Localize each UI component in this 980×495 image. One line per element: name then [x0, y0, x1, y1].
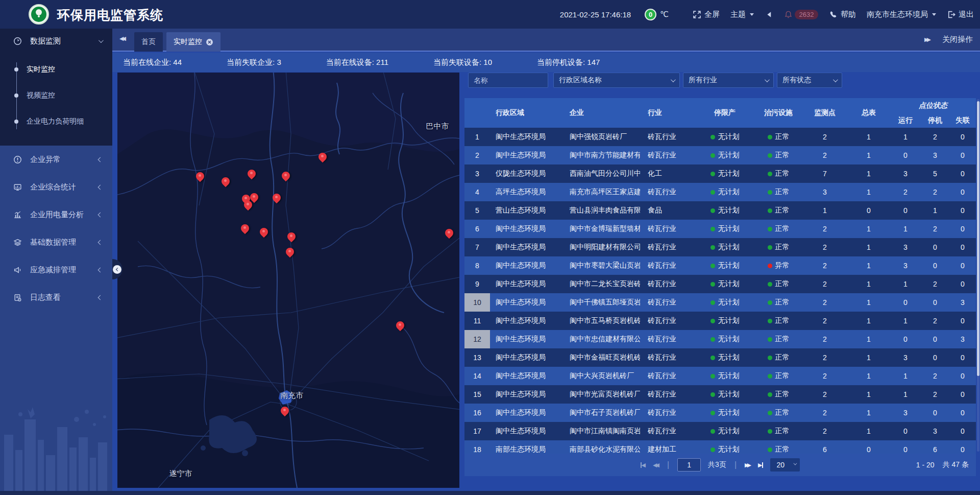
cell-index: 3	[464, 164, 490, 183]
map-marker-icon[interactable]	[222, 177, 230, 185]
sidebar-item-data-monitor[interactable]: 数据监测	[0, 29, 112, 53]
tabs-scroll-right-icon[interactable]: ▶▶	[924, 37, 931, 42]
table-row[interactable]: 13阆中生态环境局阆中市金福旺页岩机砖砖瓦行业无计划正常21300	[464, 348, 976, 367]
table-row[interactable]: 4高坪生态环境局南充市高坪区王家店建砖瓦行业无计划正常31220	[464, 183, 976, 201]
table-row[interactable]: 18南部生态环境局南部县砂化水泥有限公建材加工无计划正常60060	[464, 440, 976, 454]
logout-button[interactable]: 退出	[947, 10, 974, 19]
map-marker-icon[interactable]	[286, 248, 294, 256]
cell-run: 0	[890, 146, 921, 164]
table-row[interactable]: 6阆中生态环境局阆中市金博瑞新型墙材砖瓦行业无计划正常21120	[464, 220, 976, 238]
cell-stop: 0	[921, 293, 949, 312]
sidebar-item-label: 基础数据管理	[30, 238, 99, 247]
production-text: 无计划	[718, 243, 740, 252]
cell-offline: 0	[949, 183, 976, 201]
cell-industry: 砖瓦行业	[640, 293, 695, 312]
sidebar-item-base-data[interactable]: 基础数据管理	[0, 228, 112, 256]
map-marker-icon[interactable]	[282, 172, 290, 180]
theme-button[interactable]: 主题	[730, 10, 754, 19]
sidebar-item-enterprise-stats[interactable]: 企业综合统计	[0, 173, 112, 201]
cell-facility-status: 正常	[754, 146, 802, 164]
table-scrollbar[interactable]	[977, 99, 979, 452]
cell-production-status: 无计划	[695, 330, 754, 348]
table-row[interactable]: 8阆中生态环境局阆中市枣碧大梁山页岩砖瓦行业无计划异常21300	[464, 256, 976, 275]
table-row[interactable]: 11阆中生态环境局阆中市五马桥页岩机砖砖瓦行业无计划正常21120	[464, 312, 976, 330]
sidebar-item-power-load-detail[interactable]: 企业电力负荷明细	[0, 108, 112, 134]
user-menu-button[interactable]: 南充市生态环境局	[867, 10, 936, 19]
pagination-first-button[interactable]: ◀	[641, 462, 646, 468]
table-row[interactable]: 7阆中生态环境局阆中明阳建材有限公司砖瓦行业无计划正常21300	[464, 238, 976, 256]
cell-stop: 2	[921, 367, 949, 385]
facility-text: 正常	[775, 427, 790, 436]
table-row[interactable]: 14阆中生态环境局阆中大兴页岩机砖厂砖瓦行业无计划正常21120	[464, 367, 976, 385]
close-icon[interactable]	[206, 38, 213, 46]
stat-label: 当前停机设备:	[537, 58, 587, 66]
cell-stop: 0	[921, 348, 949, 367]
pagination-last-button[interactable]: ▶	[758, 462, 763, 468]
map-marker-icon[interactable]	[241, 224, 249, 232]
map-marker-icon[interactable]	[260, 228, 268, 236]
tab-label: 实时监控	[174, 37, 202, 46]
table-row[interactable]: 17阆中生态环境局阆中市江南镇阆南页岩砖瓦行业无计划正常21030	[464, 422, 976, 440]
sidebar-item-power-analysis[interactable]: 企业用电量分析	[0, 201, 112, 228]
cell-monitor: 2	[802, 367, 847, 385]
cell-offline: 3	[949, 330, 976, 348]
cell-monitor: 2	[802, 422, 847, 440]
sidebar-item-realtime-monitor[interactable]: 实时监控	[0, 56, 112, 82]
notifications-button[interactable]: 2632	[784, 10, 818, 19]
sound-toggle-button[interactable]	[765, 10, 773, 19]
map-marker-icon[interactable]	[248, 170, 256, 178]
map-marker-icon[interactable]	[396, 321, 404, 329]
map-marker-icon[interactable]	[273, 194, 281, 202]
table-row[interactable]: 9阆中生态环境局阆中市二龙长宝页岩砖砖瓦行业无计划正常21120	[464, 275, 976, 293]
table-row[interactable]: 5营山生态环境局营山县润丰肉食品有限食品无计划正常10010	[464, 201, 976, 220]
sidebar-item-enterprise-abnormal[interactable]: 企业异常	[0, 146, 112, 173]
page-number-input[interactable]	[677, 458, 701, 472]
pagination-prev-button[interactable]: ◀◀	[653, 462, 659, 468]
tabs-scroll-left-icon[interactable]: ◀◀	[119, 36, 126, 41]
table-row[interactable]: 3仪陇生态环境局西南油气田分公司川中化工无计划正常71350	[464, 164, 976, 183]
table-row[interactable]: 15阆中生态环境局阆中市光富页岩机砖厂砖瓦行业无计划正常21120	[464, 385, 976, 404]
app-title: 环保用电监管系统	[57, 7, 163, 23]
table-row[interactable]: 2阆中生态环境局阆中市南方节能建材有砖瓦行业无计划正常21030	[464, 146, 976, 164]
cell-industry: 砖瓦行业	[640, 385, 695, 404]
map-marker-icon[interactable]	[250, 193, 258, 201]
name-search-input[interactable]	[468, 73, 548, 88]
cell-facility-status: 正常	[754, 422, 802, 440]
page-size-select[interactable]: 20	[770, 458, 800, 472]
fullscreen-button[interactable]: 全屏	[693, 10, 720, 19]
cell-facility-status: 正常	[754, 330, 802, 348]
sidebar-item-log-view[interactable]: 日志查看	[0, 284, 112, 311]
status-select[interactable]: 所有状态	[777, 73, 842, 88]
chart-icon	[13, 210, 22, 219]
stat-label: 当前失联企业:	[227, 58, 277, 66]
map-panel[interactable]: 巴中市南充市遂宁市	[117, 73, 459, 488]
tab-home[interactable]: 首页	[134, 32, 163, 52]
status-dot-green	[768, 153, 772, 158]
map-marker-icon[interactable]	[281, 407, 289, 415]
stat-当前失联设备: 当前失联设备: 10	[433, 58, 492, 67]
table-row[interactable]: 16阆中生态环境局阆中市石子页岩机砖厂砖瓦行业无计划正常21300	[464, 404, 976, 422]
pagination-next-button[interactable]: ▶▶	[745, 462, 751, 468]
table-row[interactable]: 12阆中生态环境局阆中市忠信建材有限公砖瓦行业无计划正常21003	[464, 330, 976, 348]
tab-realtime[interactable]: 实时监控	[166, 32, 220, 52]
map-marker-icon[interactable]	[318, 153, 327, 161]
sidebar-item-video-monitor[interactable]: 视频监控	[0, 82, 112, 108]
chevron-left-icon	[98, 295, 103, 300]
map-marker-icon[interactable]	[196, 172, 204, 180]
sidebar-item-emergency-reduction[interactable]: 应急减排管理	[0, 256, 112, 284]
status-dot-green	[768, 429, 772, 434]
table-row[interactable]: 1阆中生态环境局阆中强锐页岩砖厂砖瓦行业无计划正常21120	[464, 128, 976, 146]
table-row[interactable]: 10阆中生态环境局阆中千佛镇五郎垭页岩砖瓦行业无计划正常21003	[464, 293, 976, 312]
cell-production-status: 无计划	[695, 164, 754, 183]
cell-industry: 砖瓦行业	[640, 404, 695, 422]
help-button[interactable]: 帮助	[829, 10, 856, 19]
cell-industry: 砖瓦行业	[640, 275, 695, 293]
scrollbar-thumb[interactable]	[977, 101, 979, 376]
cell-region: 阆中生态环境局	[490, 422, 562, 440]
map-marker-icon[interactable]	[287, 232, 296, 241]
map-marker-icon[interactable]	[445, 229, 453, 237]
region-select[interactable]: 行政区域名称	[553, 73, 680, 88]
close-operations-button[interactable]: 关闭操作	[942, 35, 973, 44]
industry-select[interactable]: 所有行业	[683, 73, 774, 88]
map-marker-icon[interactable]	[244, 201, 252, 209]
